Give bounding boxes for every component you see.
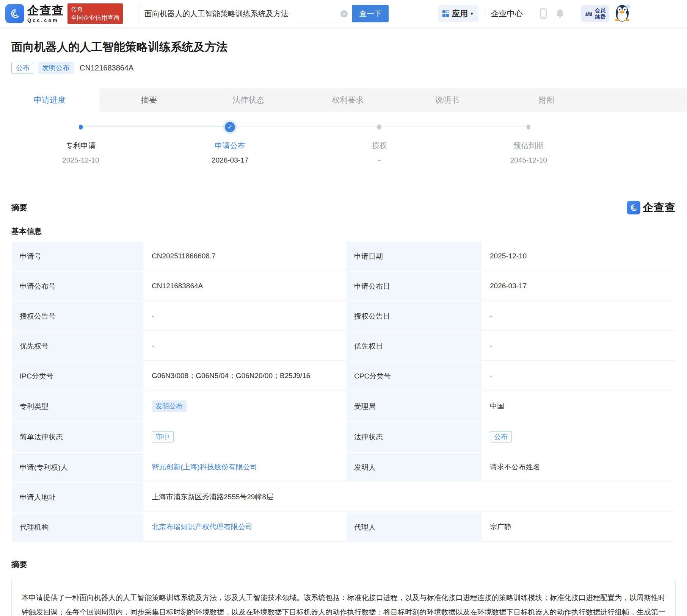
tab-description[interactable]: 说明书 xyxy=(397,88,497,112)
field-value: - xyxy=(144,331,346,361)
basic-info-table: 申请号CN202511866608.7申请日期2025-12-10申请公布号CN… xyxy=(11,241,676,543)
field-label: CPC分类号 xyxy=(347,361,482,391)
table-row: IPC分类号G06N3/008；G06N5/04；G06N20/00；B25J9… xyxy=(12,361,675,391)
qcc-logo[interactable]: 企查查 Qcc.com xyxy=(5,4,64,23)
status-tag: 发明公布 xyxy=(152,400,187,412)
tab-legal-status[interactable]: 法律状态 xyxy=(199,88,298,112)
promo-line2: 全国企业信用查询 xyxy=(71,14,119,22)
field-label: 法律状态 xyxy=(347,422,482,452)
timeline-panel: 专利申请2025-12-10✓申请公布2026-03-17授权-预估到期2045… xyxy=(6,112,681,178)
penguin-mascot[interactable] xyxy=(614,3,630,24)
abstract-section-heading: 摘要 xyxy=(11,202,27,213)
timeline: 专利申请2025-12-10✓申请公布2026-03-17授权-预估到期2045… xyxy=(6,122,603,164)
phone-icon[interactable] xyxy=(540,8,547,19)
search-button[interactable]: 查一下 xyxy=(352,5,389,22)
timeline-step: ✓申请公布2026-03-17 xyxy=(155,122,305,164)
nav-enterprise-center[interactable]: 企业中心 xyxy=(491,8,523,19)
tab-abstract[interactable]: 摘要 xyxy=(99,88,199,112)
field-label: 代理机构 xyxy=(12,513,143,542)
basic-info-heading: 基本信息 xyxy=(11,226,676,236)
qcc-watermark-text: 企查查 xyxy=(643,200,676,215)
field-value: 2026-03-17 xyxy=(482,272,675,301)
field-value: CN121683864A xyxy=(144,272,346,301)
timeline-step-date: 2045-12-10 xyxy=(510,156,547,164)
field-value: - xyxy=(144,302,346,331)
field-label: 优先权号 xyxy=(12,331,143,361)
check-circle-icon: ✓ xyxy=(225,122,235,132)
tag-publication-status: 公布 xyxy=(11,62,34,74)
field-value: - xyxy=(482,331,675,361)
field-value: 智元创新(上海)科技股份有限公司 xyxy=(144,453,346,482)
tab-drawings[interactable]: 附图 xyxy=(497,88,596,112)
timeline-step: 预估到期2045-12-10 xyxy=(454,122,603,164)
field-label: 代理人 xyxy=(347,513,482,542)
field-label: 发明人 xyxy=(347,453,482,482)
table-row: 申请(专利权)人智元创新(上海)科技股份有限公司发明人请求不公布姓名 xyxy=(12,453,675,482)
field-value: 中国 xyxy=(482,391,675,421)
field-value: 审中 xyxy=(144,422,346,452)
field-label: 申请(专利权)人 xyxy=(12,453,143,482)
member-line1: 会员 xyxy=(595,7,605,14)
timeline-step-date: 2026-03-17 xyxy=(212,156,248,164)
divider xyxy=(529,9,529,18)
divider xyxy=(485,9,485,18)
field-value: 北京布瑞知识产权代理有限公司 xyxy=(144,513,346,542)
table-row: 代理机构北京布瑞知识产权代理有限公司代理人宗广静 xyxy=(12,513,675,542)
promo-line1: 传奇 xyxy=(71,5,119,14)
apps-menu[interactable]: 应用 ▼ xyxy=(438,5,478,22)
timeline-dot-icon xyxy=(79,125,83,130)
search-input[interactable] xyxy=(144,9,340,18)
status-tag: 公布 xyxy=(490,431,512,442)
abstract-box: 本申请提供了一种面向机器人的人工智能策略训练系统及方法，涉及人工智能技术领域。该… xyxy=(11,579,676,616)
member-renew-badge[interactable]: 会员 续费 xyxy=(581,5,609,22)
patent-title: 面向机器人的人工智能策略训练系统及方法 xyxy=(11,39,676,55)
field-value: CN202511866608.7 xyxy=(144,242,346,271)
agency-link[interactable]: 北京布瑞知识产权代理有限公司 xyxy=(152,523,253,531)
qcc-watermark-logo: 企查查 xyxy=(627,200,676,215)
field-label: 简单法律状态 xyxy=(12,422,143,452)
clear-icon[interactable]: × xyxy=(340,10,348,17)
field-label: 申请日期 xyxy=(347,242,482,271)
company-link[interactable]: 智元创新(上海)科技股份有限公司 xyxy=(152,463,257,471)
apps-label: 应用 xyxy=(452,8,468,19)
tab-apply-progress[interactable]: 申请进度 xyxy=(0,88,99,112)
field-label: 专利类型 xyxy=(12,391,143,421)
timeline-step-label: 授权 xyxy=(372,141,387,151)
field-label: 申请公布日 xyxy=(347,272,482,301)
search-bar: × 查一下 xyxy=(138,5,389,22)
field-label: 申请公布号 xyxy=(12,272,143,301)
field-label: IPC分类号 xyxy=(12,361,143,391)
table-row: 专利类型发明公布受理局中国 xyxy=(12,391,675,421)
field-value: G06N3/008；G06N5/04；G06N20/00；B25J9/16 xyxy=(144,361,346,391)
caret-down-icon: ▼ xyxy=(470,11,474,16)
field-value: 2025-12-10 xyxy=(482,242,675,271)
field-value: 宗广静 xyxy=(482,513,675,542)
field-value: 发明公布 xyxy=(144,391,346,421)
field-label: 申请人地址 xyxy=(12,483,143,512)
field-value: 请求不公布姓名 xyxy=(482,453,675,482)
tag-patent-type: 发明公布 xyxy=(38,62,74,74)
table-row: 申请人地址上海市浦东新区秀浦路2555号29幢8层 xyxy=(12,483,675,512)
divider xyxy=(575,9,575,18)
timeline-step-date: 2025-12-10 xyxy=(62,156,99,164)
timeline-dot-icon xyxy=(377,125,381,130)
main-content: 面向机器人的人工智能策略训练系统及方法 公布 发明公布 CN121683864A… xyxy=(0,39,687,616)
tab-claims[interactable]: 权利要求 xyxy=(298,88,397,112)
header: 企查查 Qcc.com 传奇 全国企业信用查询 × 查一下 应用 ▼ 企业中心 xyxy=(0,0,687,27)
timeline-step: 专利申请2025-12-10 xyxy=(6,122,155,164)
member-line2: 续费 xyxy=(595,14,605,20)
bell-icon[interactable] xyxy=(556,9,564,19)
timeline-step-date: - xyxy=(378,156,380,164)
timeline-step-label: 申请公布 xyxy=(215,141,245,151)
timeline-step-label: 预估到期 xyxy=(513,141,544,151)
field-label: 受理局 xyxy=(347,391,482,421)
publication-number: CN121683864A xyxy=(80,64,133,72)
timeline-step: 授权- xyxy=(305,122,454,164)
timeline-dot-icon xyxy=(527,125,530,130)
timeline-step-label: 专利申请 xyxy=(66,141,96,151)
promo-badge: 传奇 全国企业信用查询 xyxy=(67,3,123,23)
qcc-logo-icon xyxy=(5,4,24,23)
table-row: 优先权号-优先权日- xyxy=(12,331,675,361)
qcc-logo-text: 企查查 xyxy=(27,5,64,16)
table-row: 申请公布号CN121683864A申请公布日2026-03-17 xyxy=(12,272,675,301)
